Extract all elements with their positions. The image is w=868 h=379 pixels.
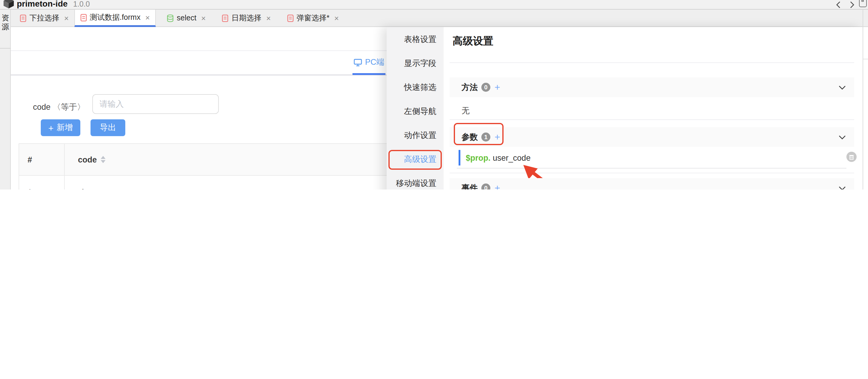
col-index-header: # bbox=[19, 144, 65, 175]
tab-select[interactable]: select × bbox=[161, 9, 211, 26]
table-header-row: # code bbox=[19, 144, 396, 176]
panel-title: 高级设置 bbox=[453, 34, 493, 48]
menu-item-table-settings[interactable]: 表格设置 bbox=[386, 28, 443, 52]
data-table: # code 1 zhangsan 2 lisi 3 wangwu bbox=[19, 143, 396, 190]
divider bbox=[450, 62, 854, 63]
form-file-icon bbox=[222, 14, 228, 22]
param-item[interactable]: $prop. user_code bbox=[466, 153, 530, 163]
annotation-box-advanced-settings bbox=[389, 150, 442, 170]
device-tabstrip-divider bbox=[11, 75, 386, 76]
methods-empty-text: 无 bbox=[462, 106, 470, 116]
app-logo-icon bbox=[3, 0, 14, 9]
resource-rail[interactable]: 资 源 bbox=[0, 9, 11, 190]
section-methods-header[interactable]: 方法 0 + bbox=[450, 77, 854, 97]
tab-label: 日期选择 bbox=[231, 13, 261, 23]
section-events-header[interactable]: 事件 0 + bbox=[450, 178, 854, 190]
divider bbox=[450, 173, 854, 173]
chevron-down-icon[interactable] bbox=[839, 135, 846, 139]
close-icon[interactable]: × bbox=[334, 13, 339, 23]
form-file-icon bbox=[287, 14, 294, 22]
divider bbox=[450, 119, 854, 120]
col-code-header[interactable]: code bbox=[65, 144, 396, 175]
title-bar: primeton-ide 1.0.0 bbox=[0, 0, 868, 9]
rail-divider bbox=[0, 48, 11, 49]
app-title: primeton-ide bbox=[17, 0, 68, 9]
device-tab-active-underline bbox=[352, 73, 385, 75]
app-version: 1.0.0 bbox=[73, 0, 90, 9]
count-badge: 0 bbox=[482, 183, 490, 190]
editor-tab-bar: 下拉选择 × 测试数据.formx × select × 日期选择 × 弹窗选择… bbox=[11, 9, 863, 27]
add-event-icon[interactable]: + bbox=[495, 184, 500, 190]
menu-item-mobile-settings[interactable]: 移动端设置 bbox=[386, 172, 443, 190]
monitor-icon bbox=[354, 58, 362, 66]
tab-dropdown-select[interactable]: 下拉选择 × bbox=[14, 9, 74, 26]
tab-label: 弹窗选择* bbox=[297, 13, 330, 23]
menu-item-display-fields[interactable]: 显示字段 bbox=[386, 52, 443, 76]
annotation-box-params bbox=[454, 123, 503, 145]
delete-param-button[interactable] bbox=[846, 152, 857, 162]
filter-input[interactable]: 请输入 bbox=[92, 94, 219, 114]
rail-label: 源 bbox=[0, 22, 11, 32]
tab-date-select[interactable]: 日期选择 × bbox=[216, 9, 276, 26]
form-file-icon bbox=[80, 13, 87, 21]
menu-item-left-nav[interactable]: 左侧导航 bbox=[386, 99, 443, 123]
chevron-down-icon[interactable] bbox=[839, 185, 846, 190]
tab-pc-device[interactable]: PC端 bbox=[354, 57, 384, 68]
menu-item-quick-filter[interactable]: 快速筛选 bbox=[386, 76, 443, 99]
form-file-icon bbox=[20, 14, 26, 22]
menu-item-action-settings[interactable]: 动作设置 bbox=[386, 123, 443, 148]
add-button[interactable]: + 新增 bbox=[41, 119, 80, 136]
prop-prefix: $prop. bbox=[466, 153, 491, 163]
close-icon[interactable]: × bbox=[145, 13, 150, 22]
filter-field-label: code 〈等于〉 bbox=[33, 102, 85, 113]
panel-toggle-icon[interactable] bbox=[859, 0, 867, 7]
chevron-down-icon[interactable] bbox=[839, 85, 846, 90]
add-method-icon[interactable]: + bbox=[495, 83, 500, 91]
export-button[interactable]: 导出 bbox=[91, 119, 125, 136]
section-params-header[interactable]: 参数 1 + bbox=[450, 127, 854, 147]
count-badge: 0 bbox=[482, 83, 490, 92]
nav-forward-icon[interactable] bbox=[848, 1, 856, 9]
right-strip-top bbox=[863, 9, 868, 27]
param-item-marker bbox=[459, 150, 460, 166]
tab-label: 下拉选择 bbox=[29, 13, 59, 23]
right-strip-divider bbox=[863, 59, 868, 59]
close-icon[interactable]: × bbox=[201, 13, 206, 23]
close-icon[interactable]: × bbox=[266, 13, 271, 23]
tab-popup-select[interactable]: 弹窗选择* × bbox=[282, 9, 344, 26]
tab-label: 测试数据.formx bbox=[90, 12, 140, 23]
param-item-underline bbox=[457, 168, 846, 169]
trash-icon bbox=[849, 154, 854, 160]
tab-label: select bbox=[177, 14, 196, 22]
advanced-settings-panel bbox=[443, 27, 863, 190]
sort-icon[interactable] bbox=[100, 156, 105, 163]
rail-label: 资 bbox=[0, 13, 11, 23]
tab-test-data-formx[interactable]: 测试数据.formx × bbox=[74, 9, 156, 27]
plus-icon: + bbox=[48, 123, 54, 133]
app-window: primeton-ide 1.0.0 资 源 下拉选择 × 测试数据.formx… bbox=[0, 0, 868, 190]
device-tab-label: PC端 bbox=[365, 57, 384, 68]
close-icon[interactable]: × bbox=[64, 13, 69, 23]
prop-name: user_code bbox=[493, 153, 530, 163]
table-row[interactable]: 1 zhangsan bbox=[19, 176, 396, 190]
nav-back-icon[interactable] bbox=[835, 1, 842, 9]
right-collapsed-panel[interactable] bbox=[863, 9, 868, 190]
database-icon bbox=[167, 14, 174, 22]
